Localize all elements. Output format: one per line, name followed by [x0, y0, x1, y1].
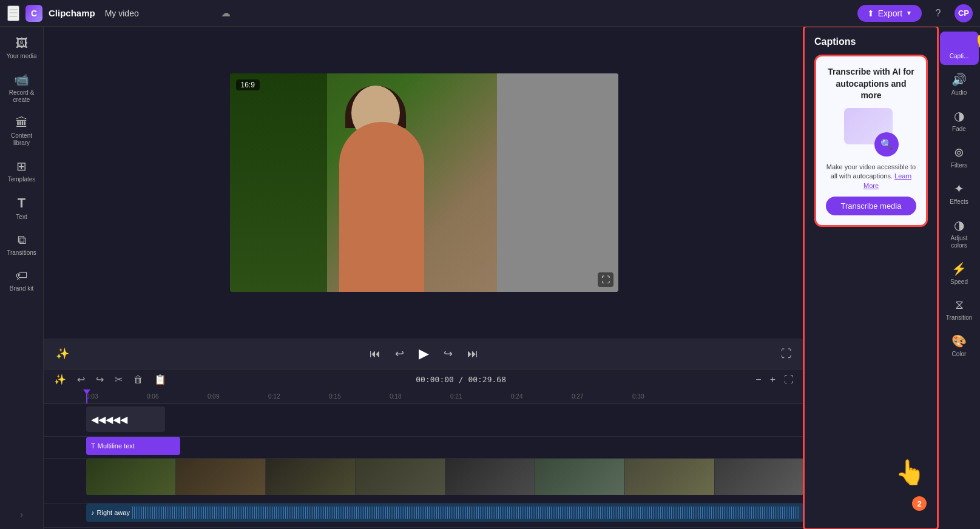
track-content-text[interactable]: T Multiline text: [86, 437, 804, 458]
captions-logo-icon: 🔍: [874, 132, 899, 157]
cursor-hand-2: 👆: [895, 458, 925, 487]
sidebar-item-label: Transitions: [7, 249, 36, 257]
tool-label-effects: Effects: [950, 198, 968, 206]
captions-panel-wrapper: Captions Transcribe with AI for autocapt…: [804, 27, 938, 529]
track-row-video: [44, 459, 804, 504]
sidebar-item-content-library[interactable]: 🏛 Content library: [2, 111, 41, 152]
aspect-ratio-badge: 16:9: [236, 79, 260, 90]
thumb-segment: [535, 459, 624, 495]
tool-item-adjust-colors[interactable]: ◑ Adjust colors: [940, 213, 979, 254]
tool-item-transition[interactable]: ⧖ Transition: [940, 293, 979, 326]
ruler-mark: 0:06: [147, 393, 208, 400]
app-logo: C: [25, 5, 42, 22]
thumb-segment: [86, 459, 175, 495]
video-preview-area: 16:9 ⛶: [44, 27, 804, 339]
track-content-audio[interactable]: ♪ Right away: [86, 504, 804, 527]
export-label: Export: [878, 8, 902, 18]
text-clip[interactable]: T Multiline text: [86, 437, 180, 455]
preview-fullscreen-button[interactable]: ⛶: [779, 345, 794, 363]
audio-clip[interactable]: ♪ Right away: [86, 504, 804, 522]
video-frame: 16:9 ⛶: [230, 73, 618, 292]
thumb-segment: [266, 459, 355, 495]
tool-item-fade[interactable]: ◑ Fade: [940, 104, 979, 138]
magic-edit-button[interactable]: ✨: [53, 345, 72, 363]
tool-label-captions: Capti...: [950, 53, 969, 60]
thumb-segment: [715, 459, 804, 495]
export-dropdown-arrow: ▼: [906, 10, 912, 16]
effects-icon: ✦: [954, 181, 964, 196]
ruler-mark: 0:27: [572, 393, 632, 400]
skip-forward-button[interactable]: ⏭: [465, 345, 481, 363]
export-icon: ⬆: [867, 8, 874, 18]
user-avatar[interactable]: CP: [955, 4, 973, 22]
transcribe-media-button[interactable]: Transcribe media: [826, 197, 916, 215]
timeline-undo-button[interactable]: ↩: [74, 372, 88, 387]
rewind-button[interactable]: ↩: [393, 345, 407, 363]
text-clip-label: Multiline text: [98, 442, 135, 450]
tool-item-audio[interactable]: 🔊 Audio: [940, 67, 979, 101]
tool-item-effects[interactable]: ✦ Effects: [940, 177, 979, 211]
tool-label-adjust-colors: Adjust colors: [942, 235, 976, 249]
tool-label-fade: Fade: [952, 126, 966, 133]
app-name: Clipchamp: [49, 8, 95, 18]
sidebar-item-brand-kit[interactable]: 🏷 Brand kit: [2, 264, 41, 297]
sidebar-item-your-media[interactable]: 🖼 Your media: [2, 32, 41, 65]
sidebar-item-record[interactable]: 📹 Record & create: [2, 67, 41, 109]
sidebar-item-transitions[interactable]: ⧉ Transitions: [2, 228, 41, 261]
video-title-input[interactable]: [101, 7, 215, 19]
speed-icon: ⚡: [951, 261, 967, 276]
help-button[interactable]: ?: [929, 4, 947, 22]
tool-item-filters[interactable]: ⊚ Filters: [940, 140, 979, 174]
video-background: [230, 73, 618, 292]
track-content-arrows[interactable]: ◀◀◀◀◀: [86, 404, 804, 436]
tool-item-color[interactable]: 🎨 Color: [940, 329, 979, 363]
menu-button[interactable]: ☰: [7, 5, 19, 21]
tool-label-speed: Speed: [950, 278, 968, 286]
track-row-arrows: ◀◀◀◀◀: [44, 404, 804, 437]
timeline-area: 0:03 0:06 0:09 0:12 0:15 0:18 0:21 0:24 …: [44, 389, 804, 529]
transition-icon: ⧖: [955, 298, 964, 312]
plants-background: [230, 73, 327, 292]
sidebar-expand-button[interactable]: ›: [15, 505, 28, 524]
sidebar-item-label: Text: [16, 214, 27, 221]
thumb-segment: [445, 459, 535, 495]
tool-item-captions[interactable]: CC Capti... 👆 1: [940, 32, 979, 65]
sidebar-item-label: Record & create: [5, 89, 39, 104]
woman-figure: [327, 86, 436, 292]
timeline-redo-button[interactable]: ↪: [93, 372, 107, 387]
text-clip-icon: T: [91, 442, 95, 450]
captions-panel-header: Captions: [814, 36, 928, 47]
brand-kit-icon: 🏷: [16, 269, 28, 283]
sidebar-item-templates[interactable]: ⊞ Templates: [2, 154, 41, 188]
fullscreen-button[interactable]: ⛶: [598, 272, 613, 287]
export-button[interactable]: ⬆ Export ▼: [857, 5, 922, 22]
tool-item-speed[interactable]: ⚡ Speed: [940, 257, 979, 291]
zoom-in-button[interactable]: +: [767, 372, 779, 387]
ruler-mark: 0:12: [268, 393, 329, 400]
sidebar-item-label: Templates: [8, 176, 36, 183]
timeline-delete-button[interactable]: 🗑: [130, 372, 146, 387]
left-sidebar: 🖼 Your media 📹 Record & create 🏛 Content…: [0, 27, 44, 529]
time-display: 00:00:00 / 00:29.68: [416, 375, 506, 384]
timeline-magic-button[interactable]: ✨: [51, 372, 69, 387]
track-row-text: T Multiline text: [44, 437, 804, 459]
ruler-mark: 0:15: [329, 393, 390, 400]
sidebar-item-label: Content library: [5, 132, 39, 147]
skip-back-button[interactable]: ⏮: [367, 345, 383, 363]
track-row-audio: ♪ Right away: [44, 504, 804, 528]
timeline-expand-button[interactable]: ⛶: [781, 372, 797, 387]
sidebar-item-text[interactable]: T Text: [2, 190, 41, 226]
timeline-add-button[interactable]: 📋: [151, 372, 169, 387]
arrow-clip[interactable]: ◀◀◀◀◀: [86, 406, 165, 432]
cloud-save-icon: ☁: [221, 7, 231, 19]
filters-icon: ⊚: [954, 145, 964, 160]
captions-card: Transcribe with AI for autocaptions and …: [814, 55, 928, 227]
ruler-mark: 0:21: [450, 393, 511, 400]
play-button[interactable]: ▶: [416, 343, 431, 364]
zoom-out-button[interactable]: −: [752, 372, 764, 387]
center-area: 16:9 ⛶ ✨ ⏮ ↩ ▶ ↪ ⏭ ⛶ ✨ ↩ ↪ ✂ 🗑 📋 00: [44, 27, 804, 529]
track-content-video[interactable]: [86, 459, 804, 503]
timeline-cut-button[interactable]: ✂: [112, 372, 126, 387]
forward-button[interactable]: ↪: [441, 345, 455, 363]
content-library-icon: 🏛: [16, 116, 28, 130]
